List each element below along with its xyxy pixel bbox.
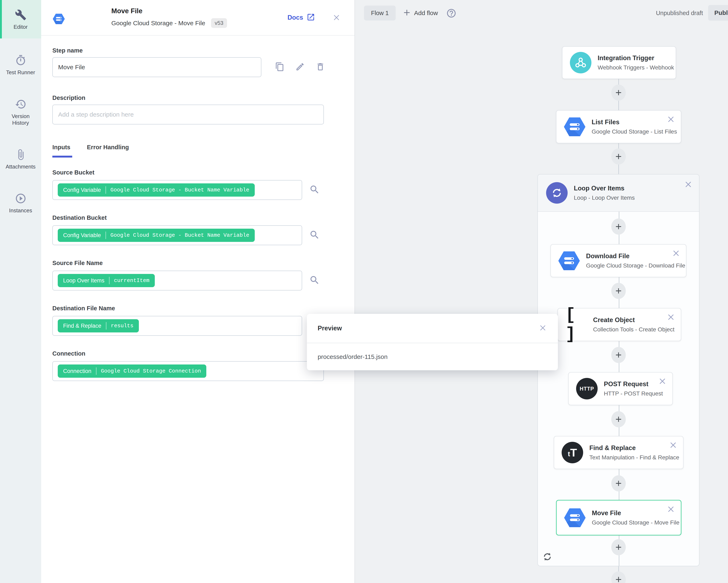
page-title: Move File <box>111 7 142 15</box>
remove-step-icon[interactable] <box>672 249 681 259</box>
node-subtitle: HTTP - POST Request <box>604 390 663 397</box>
history-icon <box>15 99 26 110</box>
brackets-icon: [ ] <box>565 314 587 335</box>
source-file-name-label: Source File Name <box>52 260 343 267</box>
edit-icon[interactable] <box>295 62 305 72</box>
source-file-name-input[interactable]: Loop Over Items currentItem <box>52 271 302 290</box>
node-title: Move File <box>592 509 673 517</box>
connection-label: Connection <box>52 350 343 357</box>
destination-file-name-input[interactable]: Find & Replace results <box>52 316 302 336</box>
loop-icon <box>546 182 568 204</box>
sidebar-item-test-runner[interactable]: Test Runner <box>0 55 41 76</box>
destination-bucket-input[interactable]: Config Variable Google Cloud Storage - B… <box>52 225 302 245</box>
sidebar-item-attachments[interactable]: Attachments <box>0 149 41 170</box>
add-step-button[interactable] <box>611 475 626 492</box>
popup-title: Preview <box>318 325 539 332</box>
config-variable-tag[interactable]: Config Variable Google Cloud Storage - B… <box>58 184 255 197</box>
stopwatch-icon <box>15 55 26 66</box>
remove-step-icon[interactable] <box>666 115 675 124</box>
search-icon[interactable] <box>309 229 320 241</box>
gcs-hexagon-icon <box>564 116 586 137</box>
add-step-button[interactable] <box>611 219 626 234</box>
source-bucket-input[interactable]: Config Variable Google Cloud Storage - B… <box>52 180 302 200</box>
node-create-object[interactable]: [ ] Create Object Collection Tools - Cre… <box>557 308 681 341</box>
node-subtitle: Collection Tools - Create Object <box>593 326 673 333</box>
docs-link[interactable]: Docs <box>287 13 315 22</box>
node-loop-over-items[interactable]: Loop Over Items Loop - Loop Over Items <box>538 174 699 212</box>
gcs-hexagon-icon <box>53 13 65 25</box>
node-subtitle: Loop - Loop Over Items <box>574 195 635 201</box>
remove-step-icon[interactable] <box>669 441 678 450</box>
copy-icon[interactable] <box>275 62 285 72</box>
sidebar-item-instances[interactable]: Instances <box>0 193 41 214</box>
step-reference-tag[interactable]: Find & Replace results <box>58 319 139 332</box>
node-move-file[interactable]: Move File Google Cloud Storage - Move Fi… <box>556 500 681 535</box>
node-title: Find & Replace <box>589 444 676 452</box>
flow-tab[interactable]: Flow 1 <box>364 6 396 21</box>
node-list-files[interactable]: List Files Google Cloud Storage - List F… <box>556 110 681 143</box>
step-config-panel: Move File Google Cloud Storage - Move Fi… <box>41 0 355 583</box>
connection-tag[interactable]: Connection Google Cloud Storage Connecti… <box>58 364 206 378</box>
tab-error-handling[interactable]: Error Handling <box>87 144 129 151</box>
popup-close-icon[interactable] <box>539 324 547 333</box>
sidebar-item-label: Attachments <box>6 163 35 170</box>
search-icon[interactable] <box>309 184 320 196</box>
sidebar-item-editor[interactable]: Editor <box>0 0 41 38</box>
preview-content: processed/order-115.json <box>307 343 558 370</box>
play-circle-icon <box>15 193 26 204</box>
step-action-subtitle: Google Cloud Storage - Move File <box>111 20 205 27</box>
plus-icon <box>402 8 411 18</box>
trash-icon[interactable] <box>316 62 325 72</box>
sidebar-item-version-history[interactable]: Version History <box>0 99 41 126</box>
gcs-hexagon-icon <box>564 507 586 528</box>
node-title: POST Request <box>604 380 663 388</box>
sidebar: Editor Test Runner Version History Attac… <box>0 0 41 583</box>
add-step-button[interactable] <box>611 347 626 363</box>
node-title: List Files <box>592 118 673 126</box>
panel-tabs: Inputs Error Handling <box>52 144 343 151</box>
publish-button[interactable]: Publish <box>708 5 728 21</box>
help-icon[interactable] <box>446 8 457 19</box>
source-bucket-label: Source Bucket <box>52 169 343 176</box>
external-link-icon <box>307 13 315 22</box>
node-download-file[interactable]: Download File Google Cloud Storage - Dow… <box>550 244 686 277</box>
add-step-button[interactable] <box>611 539 626 555</box>
node-title: Download File <box>586 252 679 260</box>
step-reference-tag[interactable]: Loop Over Items currentItem <box>58 274 155 287</box>
remove-step-icon[interactable] <box>666 505 675 515</box>
loop-repeat-icon <box>542 551 553 563</box>
node-post-request[interactable]: HTTP POST Request HTTP - POST Request <box>568 372 673 405</box>
node-subtitle: Google Cloud Storage - Download File <box>586 262 679 269</box>
sidebar-item-label: Editor <box>14 24 28 30</box>
description-input[interactable] <box>52 105 324 124</box>
add-step-button[interactable] <box>611 411 626 427</box>
add-flow-button[interactable]: Add flow <box>402 6 438 21</box>
node-find-replace[interactable]: tT Find & Replace Text Manipulation - Fi… <box>554 436 683 469</box>
http-icon: HTTP <box>576 378 598 399</box>
add-step-button[interactable] <box>611 148 626 165</box>
remove-step-icon[interactable] <box>684 180 693 190</box>
step-name-input[interactable] <box>52 57 261 77</box>
sidebar-item-label: Instances <box>9 207 32 214</box>
add-step-button[interactable] <box>611 572 626 583</box>
node-integration-trigger[interactable]: Integration Trigger Webhook Triggers - W… <box>562 46 676 79</box>
config-variable-tag[interactable]: Config Variable Google Cloud Storage - B… <box>58 229 255 242</box>
remove-step-icon[interactable] <box>658 377 667 387</box>
sidebar-item-label: Version History <box>4 113 37 126</box>
connection-input[interactable]: Connection Google Cloud Storage Connecti… <box>52 361 324 381</box>
gcs-hexagon-icon <box>558 250 580 272</box>
status-badge: Unpublished draft <box>656 6 703 21</box>
tab-inputs[interactable]: Inputs <box>52 144 70 151</box>
panel-close-icon[interactable] <box>332 13 341 23</box>
add-step-button[interactable] <box>611 283 626 299</box>
wrench-icon <box>15 9 26 21</box>
text-manipulation-icon: tT <box>562 442 583 463</box>
destination-bucket-label: Destination Bucket <box>52 214 343 221</box>
app-root: Editor Test Runner Version History Attac… <box>0 0 728 583</box>
preview-popup: Preview processed/order-115.json <box>307 314 558 370</box>
node-subtitle: Webhook Triggers - Webhook <box>598 64 668 71</box>
step-name-label: Step name <box>52 47 83 54</box>
search-icon[interactable] <box>309 275 320 286</box>
add-step-button[interactable] <box>611 85 626 101</box>
remove-step-icon[interactable] <box>666 313 675 323</box>
